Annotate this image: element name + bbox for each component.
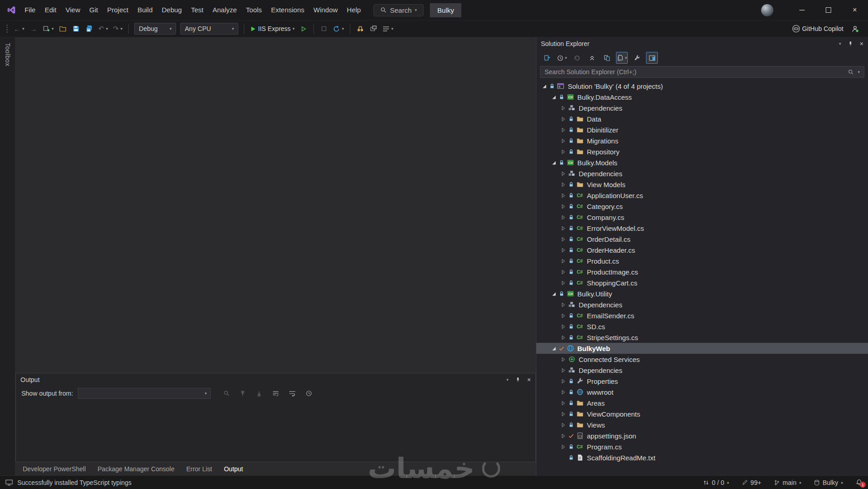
find-message-button[interactable] bbox=[222, 388, 232, 399]
expand-arrow-icon[interactable] bbox=[559, 313, 567, 318]
tree-item-dependencies[interactable]: Dependencies bbox=[536, 102, 868, 113]
tree-item-applicationuser-cs[interactable]: C#ApplicationUser.cs bbox=[536, 190, 868, 201]
word-wrap-button[interactable] bbox=[287, 388, 298, 399]
tree-item-views[interactable]: Views bbox=[536, 419, 868, 430]
tree-item-bulky-utility[interactable]: C#Bulky.Utility bbox=[536, 288, 868, 299]
menu-file[interactable]: File bbox=[20, 0, 40, 20]
expand-arrow-icon[interactable] bbox=[559, 401, 567, 406]
tree-item-dbinitilizer[interactable]: Dbinitilizer bbox=[536, 124, 868, 135]
collapse-arrow-icon[interactable] bbox=[550, 95, 558, 100]
menu-git[interactable]: Git bbox=[85, 0, 102, 20]
close-button[interactable]: × bbox=[842, 0, 868, 20]
tree-item-dependencies[interactable]: Dependencies bbox=[536, 365, 868, 376]
expand-arrow-icon[interactable] bbox=[559, 379, 567, 384]
tree-item-dependencies[interactable]: Dependencies bbox=[536, 299, 868, 310]
attach-to-process-button[interactable] bbox=[368, 22, 379, 35]
save-all-button[interactable] bbox=[83, 22, 95, 35]
sync-status-button[interactable]: 0 / 0 ▴ bbox=[703, 479, 729, 486]
open-file-button[interactable] bbox=[57, 22, 69, 35]
titlebar-search[interactable]: Search ▾ bbox=[373, 4, 424, 16]
start-without-debugging-button[interactable] bbox=[298, 22, 309, 35]
window-position-icon[interactable]: ▾ bbox=[839, 42, 841, 46]
sync-with-active-document-button[interactable] bbox=[601, 52, 613, 64]
repository-selector[interactable]: Bulky ▴ bbox=[814, 479, 843, 486]
tree-item-dependencies[interactable]: Dependencies bbox=[536, 168, 868, 179]
menu-tools[interactable]: Tools bbox=[242, 0, 267, 20]
platform-select[interactable]: Any CPU▾ bbox=[180, 23, 238, 35]
tree-item-repository[interactable]: Repository bbox=[536, 146, 868, 157]
collapse-arrow-icon[interactable] bbox=[550, 160, 558, 165]
chevron-down-icon[interactable]: ▾ bbox=[858, 70, 860, 74]
preview-selected-items-button[interactable] bbox=[646, 52, 658, 64]
output-source-select[interactable]: ▾ bbox=[78, 388, 211, 399]
avatar[interactable] bbox=[761, 4, 773, 16]
github-copilot-button[interactable]: GitHub Copilot bbox=[790, 22, 845, 35]
expand-arrow-icon[interactable] bbox=[559, 302, 567, 307]
pin-icon[interactable] bbox=[515, 377, 521, 383]
expand-arrow-icon[interactable] bbox=[559, 324, 567, 329]
tree-item-product-cs[interactable]: C#Product.cs bbox=[536, 255, 868, 266]
tree-item-program-cs[interactable]: C#Program.cs bbox=[536, 441, 868, 452]
timestamp-button[interactable] bbox=[304, 388, 314, 399]
close-icon[interactable]: × bbox=[527, 376, 531, 383]
branch-selector[interactable]: main ▴ bbox=[774, 479, 801, 486]
expand-arrow-icon[interactable] bbox=[559, 226, 567, 231]
expand-arrow-icon[interactable] bbox=[559, 182, 567, 187]
collapse-arrow-icon[interactable] bbox=[550, 346, 558, 351]
tree-item-shoppingcart-cs[interactable]: C#ShoppingCart.cs bbox=[536, 277, 868, 288]
solution-explorer-search-input[interactable] bbox=[545, 68, 844, 76]
expand-arrow-icon[interactable] bbox=[559, 412, 567, 417]
tree-item-emailsender-cs[interactable]: C#EmailSender.cs bbox=[536, 310, 868, 321]
menu-window[interactable]: Window bbox=[309, 0, 342, 20]
menu-extensions[interactable]: Extensions bbox=[267, 0, 309, 20]
expand-arrow-icon[interactable] bbox=[559, 335, 567, 340]
stop-button[interactable] bbox=[318, 22, 330, 35]
menu-build[interactable]: Build bbox=[133, 0, 157, 20]
panel-tab-output[interactable]: Output bbox=[224, 465, 243, 473]
switch-views-button[interactable] bbox=[541, 52, 553, 64]
expand-arrow-icon[interactable] bbox=[559, 270, 567, 275]
redo-button[interactable]: ↷▾ bbox=[111, 22, 124, 35]
navigate-back-button[interactable]: ←▾ bbox=[12, 22, 26, 35]
tree-item-errorviewmodel-cs[interactable]: C#ErrorViewModel.cs bbox=[536, 223, 868, 234]
menu-view[interactable]: View bbox=[61, 0, 85, 20]
collapse-arrow-icon[interactable] bbox=[540, 84, 548, 89]
expand-arrow-icon[interactable] bbox=[559, 248, 567, 253]
menu-test[interactable]: Test bbox=[187, 0, 208, 20]
tree-item-bulky-models[interactable]: C#Bulky.Models bbox=[536, 157, 868, 168]
close-icon[interactable]: × bbox=[860, 40, 863, 47]
maximize-button[interactable] bbox=[815, 0, 842, 20]
expand-arrow-icon[interactable] bbox=[559, 433, 567, 438]
tree-item-orderdetail-cs[interactable]: C#OrderDetail.cs bbox=[536, 234, 868, 244]
toolbar-grip[interactable] bbox=[6, 24, 8, 33]
properties-button[interactable] bbox=[631, 52, 643, 64]
clear-all-button[interactable] bbox=[271, 388, 281, 399]
expand-arrow-icon[interactable] bbox=[559, 117, 567, 122]
feedback-icon[interactable] bbox=[5, 479, 13, 486]
panel-tab-developer-powershell[interactable]: Developer PowerShell bbox=[23, 465, 86, 473]
expand-arrow-icon[interactable] bbox=[559, 215, 567, 220]
menu-debug[interactable]: Debug bbox=[157, 0, 187, 20]
tree-item-areas[interactable]: Areas bbox=[536, 397, 868, 408]
tree-item-data[interactable]: Data bbox=[536, 113, 868, 124]
minimize-button[interactable]: ─ bbox=[789, 0, 815, 20]
tree-item-productimage-cs[interactable]: C#ProductImage.cs bbox=[536, 266, 868, 277]
collapse-all-button[interactable] bbox=[586, 52, 598, 64]
pending-edits-button[interactable]: 99+ bbox=[742, 479, 762, 486]
tree-item-stripesettings-cs[interactable]: C#StripeSettings.cs bbox=[536, 332, 868, 343]
tree-item-wwwroot[interactable]: wwwroot bbox=[536, 387, 868, 397]
save-button[interactable] bbox=[70, 22, 82, 35]
notifications-button[interactable]: 1 bbox=[856, 479, 863, 486]
expand-arrow-icon[interactable] bbox=[559, 204, 567, 209]
collapse-arrow-icon[interactable] bbox=[550, 291, 558, 296]
panel-tab-package-manager-console[interactable]: Package Manager Console bbox=[98, 465, 175, 473]
panel-tab-error-list[interactable]: Error List bbox=[186, 465, 212, 473]
tree-item-viewcomponents[interactable]: ViewComponents bbox=[536, 408, 868, 419]
tree-item-appsettings-json[interactable]: { }appsettings.json bbox=[536, 430, 868, 441]
expand-arrow-icon[interactable] bbox=[559, 171, 567, 176]
expand-arrow-icon[interactable] bbox=[559, 357, 567, 362]
navigate-forward-button[interactable]: → bbox=[28, 22, 40, 35]
tree-item-migrations[interactable]: Migrations bbox=[536, 135, 868, 146]
expand-arrow-icon[interactable] bbox=[559, 237, 567, 242]
menu-analyze[interactable]: Analyze bbox=[208, 0, 241, 20]
